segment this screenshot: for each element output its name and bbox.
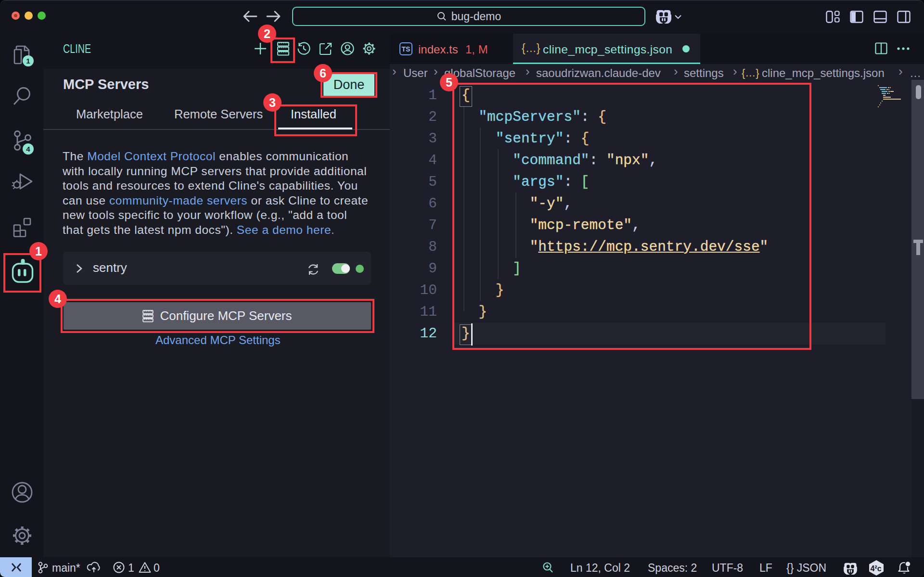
svg-text:4²c: 4²c [870, 564, 881, 573]
